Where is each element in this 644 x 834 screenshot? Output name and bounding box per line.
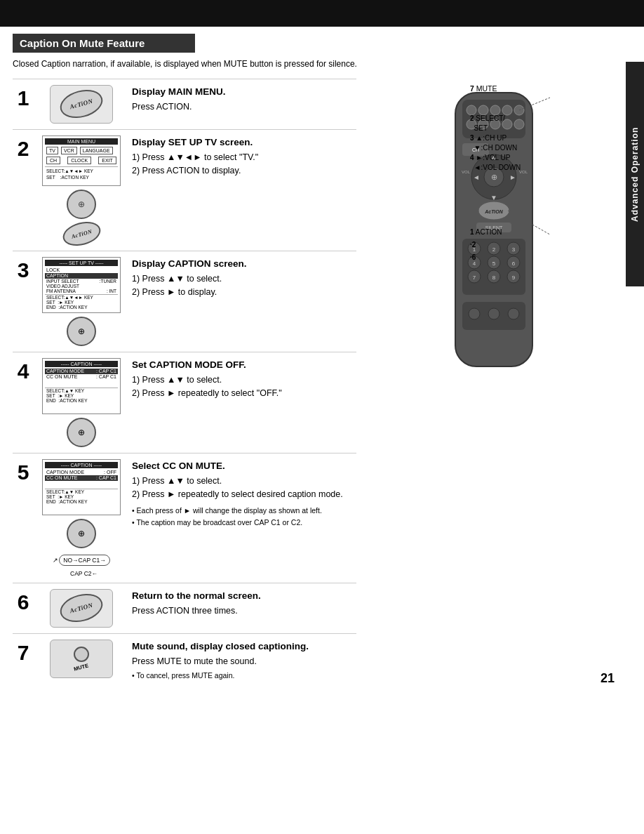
step-7-number: 7	[13, 640, 34, 663]
action-oval-2: AcTiON	[60, 218, 102, 249]
dpad-illustration-3: ⊕	[67, 317, 96, 346]
svg-text:AcTiON: AcTiON	[484, 209, 503, 214]
step-7-image: MUTE	[39, 640, 123, 678]
step-5-bullet2: • The caption may be broadcast over CAP …	[132, 517, 356, 529]
step-2: 2 MAIN MENU TV VCR LANGUAGE CH	[13, 129, 356, 251]
step-6-title: Return to the normal screen.	[132, 589, 356, 603]
remote-column: CH ⊕ ▲ ▼ ◄ ► VOL VOL AcTiON SILENT	[356, 79, 631, 687]
step-1-image: AcTiON	[39, 85, 123, 124]
step-1-number: 1	[13, 85, 34, 109]
section-title: Caption On Mute Feature	[13, 34, 195, 53]
action-button-illustration: AcTiON	[50, 85, 113, 124]
dpad-illustration-4: ⊕	[67, 418, 96, 447]
annotation-7-mute: 7 MUTE	[470, 84, 497, 93]
svg-text:3: 3	[512, 246, 516, 253]
svg-point-48	[488, 308, 499, 319]
step-3-body: 1) Press ▲▼ to select.2) Press ► to disp…	[132, 272, 356, 299]
step-2-text: Display SET UP TV screen. 1) Press ▲▼◄► …	[132, 135, 356, 178]
top-bar	[0, 0, 644, 27]
step-6-image: AcTiON	[39, 589, 123, 628]
sidebar-advanced-operation: Advanced Operation	[626, 62, 644, 286]
step-4-number: 4	[13, 358, 34, 382]
step-6-body: Press ACTION three times.	[132, 604, 356, 618]
svg-text:9: 9	[512, 274, 516, 281]
step-1: 1 AcTiON Display MAIN MENU. Press ACTION…	[13, 79, 356, 129]
action-oval-6: AcTiON	[57, 590, 106, 627]
step-2-body: 1) Press ▲▼◄► to select "TV."2) Press AC…	[132, 151, 356, 178]
step-5: 5 ----- CAPTION ----- CAPTION MODE: OFF …	[13, 453, 356, 583]
step-5-image: ----- CAPTION ----- CAPTION MODE: OFF CC…	[39, 459, 123, 577]
step-5-title: Select CC ON MUTE.	[132, 459, 356, 473]
step-2-number: 2	[13, 135, 34, 159]
step-6: 6 AcTiON Return to the normal screen. Pr…	[13, 583, 356, 633]
step-6-text: Return to the normal screen. Press ACTIO…	[132, 589, 356, 618]
cc-flow-cap-c2: CAP C2←	[65, 570, 98, 577]
dpad-illustration: ⊕	[67, 190, 96, 219]
step-4-text: Set CAPTION MODE OFF. 1) Press ▲▼ to sel…	[132, 358, 356, 400]
svg-text:7: 7	[473, 274, 476, 281]
annotation-1-action: 1 ACTION·2·6	[470, 226, 502, 264]
cc-on-mute-screen: ----- CAPTION ----- CAPTION MODE: OFF CC…	[42, 459, 121, 515]
mute-label: MUTE	[74, 663, 90, 673]
step-5-body: 1) Press ▲▼ to select.2) Press ► repeate…	[132, 475, 356, 501]
step-5-bullet1: • Each press of ► will change the displa…	[132, 505, 356, 517]
step-3-title: Display CAPTION screen.	[132, 257, 356, 271]
caption-screen: ----- CAPTION ----- CAPTION MODE: CAP C1…	[42, 358, 121, 414]
svg-point-47	[469, 308, 480, 319]
annotation-2-select: 2 SELECT/ SET3 ▲:CH UP ▼:CH DOWN4 ►:VOL …	[470, 114, 521, 173]
step-1-title: Display MAIN MENU.	[132, 85, 356, 99]
step-5-number: 5	[13, 459, 34, 483]
step-7: 7 MUTE Mute sound, display closed captio…	[13, 633, 356, 687]
step-1-text: Display MAIN MENU. Press ACTION.	[132, 85, 356, 114]
mute-circle	[74, 647, 89, 662]
step-7-body: Press MUTE to mute the sound.	[132, 655, 356, 668]
steps-column: 1 AcTiON Display MAIN MENU. Press ACTION…	[13, 79, 356, 687]
main-menu-screen: MAIN MENU TV VCR LANGUAGE CH CLOCK EXIT	[42, 135, 121, 186]
step-5-text: Select CC ON MUTE. 1) Press ▲▼ to select…	[132, 459, 356, 529]
action-oval-label: AcTiON	[57, 86, 106, 123]
step-1-body: Press ACTION.	[132, 100, 356, 114]
setup-tv-screen: ----- SET UP TV ----- LOCK CAPTION INPUT…	[42, 257, 121, 313]
dpad-illustration-5: ⊕	[67, 519, 96, 548]
svg-text:8: 8	[492, 274, 496, 281]
step-3-number: 3	[13, 257, 34, 281]
step-6-number: 6	[13, 589, 34, 613]
page-number: 21	[601, 671, 615, 686]
step-7-text: Mute sound, display closed captioning. P…	[132, 640, 356, 682]
svg-text:VOL: VOL	[462, 170, 471, 174]
step-4-title: Set CAPTION MODE OFF.	[132, 358, 356, 372]
step-7-title: Mute sound, display closed captioning.	[132, 640, 356, 654]
subtitle: Closed Caption narration, if available, …	[13, 58, 631, 70]
svg-text:◄: ◄	[473, 173, 480, 181]
step-4-body: 1) Press ▲▼ to select.2) Press ► repeate…	[132, 373, 356, 400]
step-2-title: Display SET UP TV screen.	[132, 135, 356, 150]
mute-button-illustration: MUTE	[50, 640, 113, 678]
cc-flow-diagram: ↗ NO→CAP C1→	[53, 555, 109, 566]
step-3-image: ----- SET UP TV ----- LOCK CAPTION INPUT…	[39, 257, 123, 346]
svg-text:⊕: ⊕	[491, 173, 497, 181]
svg-text:▼: ▼	[490, 194, 497, 201]
step-2-image: MAIN MENU TV VCR LANGUAGE CH CLOCK EXIT	[39, 135, 123, 245]
step-3-text: Display CAPTION screen. 1) Press ▲▼ to s…	[132, 257, 356, 299]
svg-text:►: ►	[509, 173, 516, 181]
svg-text:6: 6	[512, 260, 516, 267]
action-button-6: AcTiON	[50, 589, 113, 628]
step-4: 4 ----- CAPTION ----- CAPTION MODE: CAP …	[13, 352, 356, 453]
step-3: 3 ----- SET UP TV ----- LOCK CAPTION INP…	[13, 251, 356, 352]
step-4-image: ----- CAPTION ----- CAPTION MODE: CAP C1…	[39, 358, 123, 447]
svg-point-49	[508, 308, 519, 319]
step-7-bullet: • To cancel, press MUTE again.	[132, 670, 356, 682]
